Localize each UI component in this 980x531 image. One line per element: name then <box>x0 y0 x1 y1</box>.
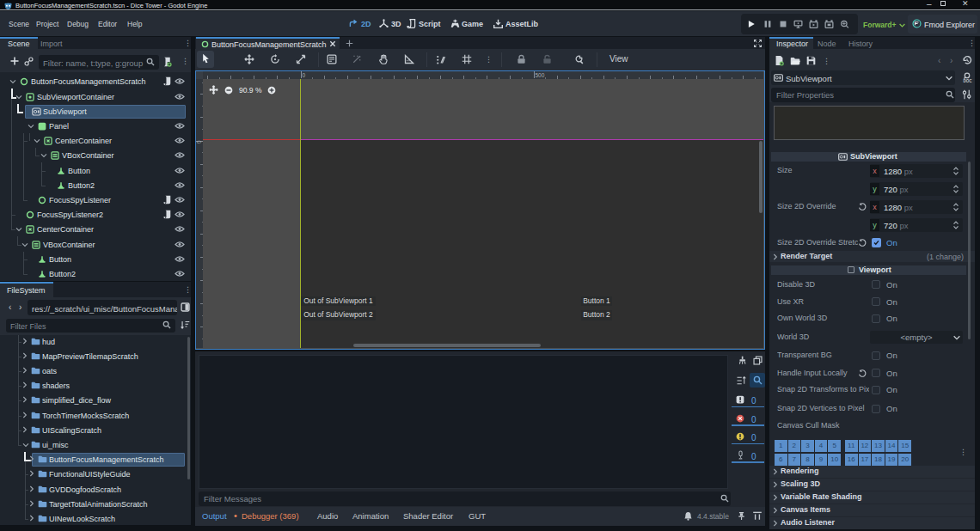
svg-text:DOC: DOC <box>964 79 973 83</box>
